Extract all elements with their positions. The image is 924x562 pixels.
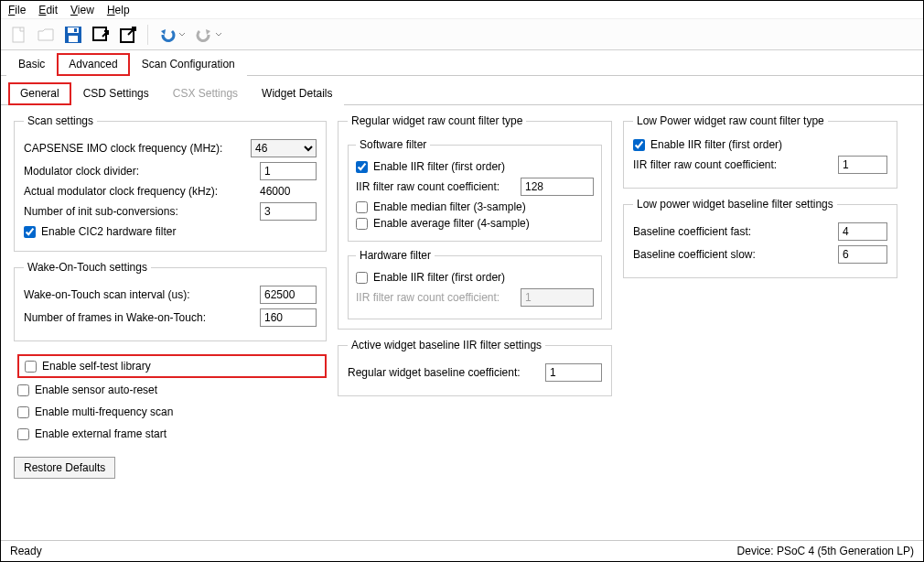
tab-scan-configuration[interactable]: Scan Configuration — [130, 53, 247, 76]
wot-group: Wake-On-Touch settings Wake-on-Touch sca… — [14, 261, 327, 341]
svg-rect-4 — [74, 28, 77, 32]
lp-baseline-legend: Low power widget baseline filter setting… — [633, 198, 837, 211]
software-filter-group: Software filter Enable IIR filter (first… — [348, 138, 602, 242]
reg-baseline-coef-input[interactable] — [545, 363, 602, 382]
autoreset-label: Enable sensor auto-reset — [35, 384, 157, 396]
extframe-checkbox[interactable] — [17, 428, 29, 440]
status-bar: Ready Device: PSoC 4 (5th Generation LP) — [1, 540, 923, 561]
hardware-filter-group: Hardware filter Enable IIR filter (first… — [348, 249, 602, 319]
wot-legend: Wake-On-Touch settings — [24, 261, 151, 274]
selftest-label: Enable self-test library — [42, 360, 151, 373]
status-left: Ready — [10, 545, 42, 557]
reg-baseline-coef-label: Regular widget baseline coefficient: — [348, 366, 538, 379]
sw-iir-checkbox[interactable] — [356, 161, 368, 173]
open-file-button[interactable] — [34, 23, 58, 47]
export-button[interactable] — [116, 23, 140, 47]
multifreq-checkbox[interactable] — [17, 406, 29, 418]
wot-frames-input[interactable] — [260, 308, 317, 327]
init-subconv-label: Number of init sub-conversions: — [24, 205, 252, 218]
hw-iir-checkbox[interactable] — [356, 272, 368, 284]
imo-select[interactable]: 46 — [251, 139, 317, 157]
cic2-label: Enable CIC2 hardware filter — [41, 225, 176, 238]
wot-interval-input[interactable] — [260, 286, 317, 304]
tab-csx-settings: CSX Settings — [161, 82, 250, 105]
average-label: Enable average filter (4-sample) — [373, 217, 530, 230]
misc-checkbox-group: Enable self-test library Enable sensor a… — [14, 351, 327, 448]
lp-baseline-group: Low power widget baseline filter setting… — [623, 198, 897, 278]
hw-iir-coef-label: IIR filter raw count coefficient: — [356, 291, 513, 304]
wot-frames-label: Number of frames in Wake-on-Touch: — [24, 311, 252, 324]
menu-help[interactable]: Help — [107, 4, 130, 16]
svg-rect-2 — [68, 27, 79, 33]
undo-button[interactable] — [156, 23, 188, 47]
sw-iir-coef-label: IIR filter raw count coefficient: — [356, 180, 513, 193]
init-subconv-input[interactable] — [260, 202, 317, 221]
tab-basic[interactable]: Basic — [6, 53, 57, 76]
cic2-checkbox[interactable] — [24, 226, 36, 238]
wot-interval-label: Wake-on-Touch scan interval (us): — [24, 288, 252, 301]
software-filter-legend: Software filter — [356, 138, 430, 151]
active-baseline-legend: Active widget baseline IIR filter settin… — [348, 339, 545, 351]
actual-freq-value: 46000 — [260, 185, 317, 198]
autoreset-checkbox[interactable] — [17, 384, 29, 396]
tab-csd-settings[interactable]: CSD Settings — [71, 82, 161, 105]
save-button[interactable] — [61, 23, 85, 47]
active-baseline-group: Active widget baseline IIR filter settin… — [338, 339, 612, 396]
regular-filter-group: Regular widget raw count filter type Sof… — [338, 114, 612, 330]
menu-edit[interactable]: Edit — [38, 4, 58, 16]
baseline-slow-label: Baseline coefficient slow: — [633, 248, 831, 261]
sw-iir-label: Enable IIR filter (first order) — [373, 160, 505, 173]
imo-label: CAPSENSE IMO clock frequency (MHz): — [24, 142, 243, 155]
redo-button[interactable] — [192, 23, 225, 47]
median-checkbox[interactable] — [356, 201, 368, 213]
scan-settings-group: Scan settings CAPSENSE IMO clock frequen… — [14, 114, 327, 252]
lp-filter-group: Low Power widget raw count filter type E… — [623, 114, 897, 189]
mod-divider-input[interactable] — [260, 162, 317, 180]
selftest-highlight-box: Enable self-test library — [17, 354, 327, 378]
menu-bar: File Edit View Help — [1, 1, 923, 19]
median-label: Enable median filter (3-sample) — [373, 200, 526, 213]
menu-view[interactable]: View — [70, 4, 94, 16]
mod-divider-label: Modulator clock divider: — [24, 165, 252, 178]
tab-widget-details[interactable]: Widget Details — [250, 82, 344, 105]
tab-general[interactable]: General — [8, 82, 71, 105]
average-checkbox[interactable] — [356, 218, 368, 230]
menu-file[interactable]: File — [8, 4, 26, 16]
restore-defaults-button[interactable]: Restore Defaults — [14, 457, 115, 479]
toolbar — [1, 19, 923, 50]
import-button[interactable] — [89, 23, 113, 47]
lp-iir-checkbox[interactable] — [633, 139, 645, 151]
lp-iir-coef-input[interactable] — [838, 156, 887, 174]
scan-settings-legend: Scan settings — [24, 114, 97, 127]
lp-iir-coef-label: IIR filter raw count coefficient: — [633, 158, 831, 171]
lp-filter-legend: Low Power widget raw count filter type — [633, 114, 828, 127]
hw-iir-label: Enable IIR filter (first order) — [373, 271, 505, 284]
sw-iir-coef-input[interactable] — [521, 178, 594, 196]
hw-iir-coef-input — [521, 288, 594, 307]
tab-advanced[interactable]: Advanced — [57, 53, 129, 76]
extframe-label: Enable external frame start — [35, 427, 167, 440]
content-area: Scan settings CAPSENSE IMO clock frequen… — [1, 105, 923, 540]
multifreq-label: Enable multi-frequency scan — [35, 405, 173, 418]
baseline-fast-label: Baseline coefficient fast: — [633, 225, 831, 238]
lp-iir-label: Enable IIR filter (first order) — [650, 138, 782, 151]
actual-freq-label: Actual modulator clock frequency (kHz): — [24, 185, 252, 198]
svg-rect-0 — [13, 27, 24, 42]
new-file-button[interactable] — [6, 23, 30, 47]
hardware-filter-legend: Hardware filter — [356, 249, 435, 262]
baseline-slow-input[interactable] — [838, 245, 887, 264]
svg-rect-3 — [69, 36, 78, 42]
primary-tabs: Basic Advanced Scan Configuration — [1, 52, 923, 76]
status-right: Device: PSoC 4 (5th Generation LP) — [737, 545, 914, 557]
secondary-tabs: General CSD Settings CSX Settings Widget… — [1, 81, 923, 105]
regular-filter-legend: Regular widget raw count filter type — [348, 114, 526, 127]
baseline-fast-input[interactable] — [838, 222, 887, 241]
selftest-checkbox[interactable] — [25, 361, 37, 373]
